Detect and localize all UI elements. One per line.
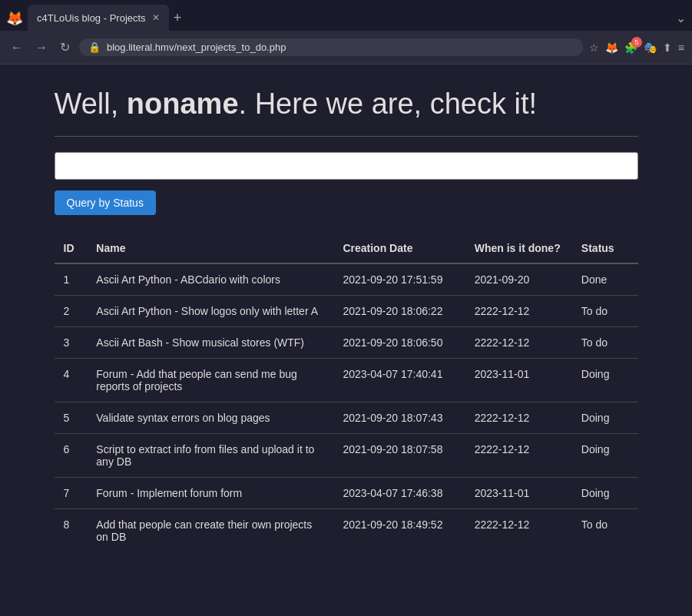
reload-button[interactable]: ↻ [57, 37, 73, 58]
cell-creation-date: 2021-09-20 18:07:58 [333, 434, 465, 478]
heading-suffix: . Here we are, check it! [239, 88, 538, 120]
cell-creation-date: 2021-09-20 18:49:52 [333, 509, 465, 553]
cell-id: 2 [55, 296, 88, 327]
table-row: 2Ascii Art Python - Show logos only with… [55, 296, 638, 327]
projects-table: ID Name Creation Date When is it done? S… [55, 233, 638, 552]
table-row: 4Forum - Add that people can send me bug… [55, 359, 638, 402]
cell-id: 6 [55, 434, 88, 478]
cell-status: Doing [572, 402, 638, 434]
nav-actions: ☆ 🦊 🧩 5 🎭 ⬆ ≡ [589, 41, 684, 54]
cell-name: Ascii Art Python - Show logos only with … [87, 296, 333, 327]
cell-name: Script to extract info from files and up… [87, 434, 333, 478]
table-row: 3Ascii Art Bash - Show musical stores (W… [55, 327, 638, 359]
table-row: 1Ascii Art Python - ABCdario with colors… [55, 263, 638, 296]
cell-id: 4 [55, 359, 88, 402]
cell-status: Doing [572, 478, 638, 509]
table-body: 1Ascii Art Python - ABCdario with colors… [55, 263, 638, 552]
share-icon[interactable]: ⬆ [663, 41, 672, 54]
cell-when-done: 2222-12-12 [465, 402, 572, 434]
cell-status: To do [572, 509, 638, 553]
page-content: Well, noname. Here we are, check it! Que… [39, 65, 654, 575]
cell-status: To do [572, 327, 638, 359]
cell-name: Add that people can create their own pro… [87, 509, 333, 553]
browser-chrome: 🦊 c4TLoUis blog - Projects ✕ + ⌄ ← → ↻ 🔒… [0, 0, 692, 65]
profile-icon-1: 🦊 [605, 41, 618, 54]
cell-creation-date: 2023-04-07 17:46:38 [333, 478, 465, 509]
tab-bar: 🦊 c4TLoUis blog - Projects ✕ + ⌄ [0, 0, 692, 31]
active-tab[interactable]: c4TLoUis blog - Projects ✕ [28, 5, 169, 31]
bookmark-star-icon[interactable]: ☆ [589, 41, 599, 54]
table-row: 7Forum - Implement forum form2023-04-07 … [55, 478, 638, 509]
cell-when-done: 2222-12-12 [465, 296, 572, 327]
table-row: 8Add that people can create their own pr… [55, 509, 638, 553]
badge-count: 5 [631, 37, 642, 48]
firefox-icon: 🦊 [6, 10, 22, 25]
new-tab-button[interactable]: + [169, 10, 187, 26]
cell-name: Ascii Art Python - ABCdario with colors [87, 263, 333, 296]
cell-status: Doing [572, 434, 638, 478]
extensions-badge: 🧩 5 [624, 41, 637, 54]
cell-name: Forum - Add that people can send me bug … [87, 359, 333, 402]
cell-when-done: 2222-12-12 [465, 509, 572, 553]
table-row: 5Validate syntax errors on blog pages202… [55, 402, 638, 434]
table-header: ID Name Creation Date When is it done? S… [55, 233, 638, 263]
cell-name: Ascii Art Bash - Show musical stores (WT… [87, 327, 333, 359]
status-search-input[interactable] [55, 152, 638, 180]
address-bar-wrapper: 🔒 [79, 38, 583, 56]
cell-creation-date: 2021-09-20 18:06:22 [333, 296, 465, 327]
table-row: 6Script to extract info from files and u… [55, 434, 638, 478]
tab-close-button[interactable]: ✕ [152, 12, 160, 23]
cell-when-done: 2023-11-01 [465, 478, 572, 509]
cell-creation-date: 2023-04-07 17:40:41 [333, 359, 465, 402]
address-input[interactable] [107, 41, 574, 53]
heading-prefix: Well, [55, 88, 127, 120]
back-button[interactable]: ← [8, 38, 26, 58]
cell-id: 8 [55, 509, 88, 553]
cell-when-done: 2222-12-12 [465, 434, 572, 478]
page-heading: Well, noname. Here we are, check it! [55, 88, 638, 121]
title-divider [55, 136, 638, 137]
cell-creation-date: 2021-09-20 18:07:43 [333, 402, 465, 434]
cell-when-done: 2023-11-01 [465, 359, 572, 402]
tab-title: c4TLoUis blog - Projects [37, 12, 146, 24]
tab-menu-button[interactable]: ⌄ [676, 11, 686, 25]
cell-status: To do [572, 296, 638, 327]
cell-when-done: 2021-09-20 [465, 263, 572, 296]
cell-id: 1 [55, 263, 88, 296]
col-header-when: When is it done? [465, 233, 572, 263]
query-by-status-button[interactable]: Query by Status [55, 190, 156, 215]
heading-bold: noname [127, 88, 239, 120]
forward-button[interactable]: → [32, 38, 51, 58]
cell-creation-date: 2021-09-20 17:51:59 [333, 263, 465, 296]
nav-bar: ← → ↻ 🔒 ☆ 🦊 🧩 5 🎭 ⬆ ≡ [0, 31, 692, 65]
cell-when-done: 2222-12-12 [465, 327, 572, 359]
cell-id: 7 [55, 478, 88, 509]
col-header-status: Status [572, 233, 638, 263]
profile-icon-2: 🎭 [644, 41, 657, 54]
header-row: ID Name Creation Date When is it done? S… [55, 233, 638, 263]
lock-icon: 🔒 [88, 41, 101, 53]
cell-name: Validate syntax errors on blog pages [87, 402, 333, 434]
cell-status: Done [572, 263, 638, 296]
col-header-id: ID [55, 233, 88, 263]
cell-creation-date: 2021-09-20 18:06:50 [333, 327, 465, 359]
hamburger-menu-icon[interactable]: ≡ [678, 41, 684, 54]
cell-id: 3 [55, 327, 88, 359]
cell-name: Forum - Implement forum form [87, 478, 333, 509]
col-header-name: Name [87, 233, 333, 263]
cell-id: 5 [55, 402, 88, 434]
col-header-creation: Creation Date [333, 233, 465, 263]
cell-status: Doing [572, 359, 638, 402]
